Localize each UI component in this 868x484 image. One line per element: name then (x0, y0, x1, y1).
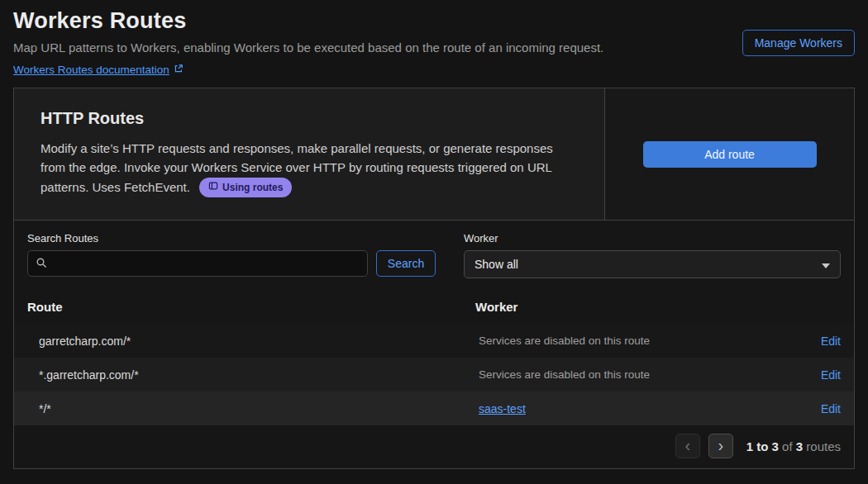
search-routes-group: Search Routes Search (27, 232, 436, 278)
routes-table: Route Worker garretcharp.com/* Services … (14, 288, 854, 425)
card-top-section: HTTP Routes Modify a site’s HTTP request… (14, 88, 854, 221)
pagination-unit: routes (806, 439, 841, 453)
worker-cell: Services are disabled on this route (475, 335, 791, 347)
worker-select[interactable]: Show all (464, 250, 841, 278)
edit-link[interactable]: Edit (821, 335, 841, 348)
filters-section: Search Routes Search Work (14, 221, 854, 288)
worker-select-value: Show all (475, 258, 518, 271)
page-subtitle: Map URL patterns to Workers, enabling Wo… (13, 40, 855, 55)
action-cell: Edit (791, 368, 841, 382)
http-routes-info: HTTP Routes Modify a site’s HTTP request… (14, 88, 604, 220)
worker-filter-label: Worker (464, 232, 841, 244)
search-routes-label: Search Routes (27, 232, 436, 244)
worker-link[interactable]: saas-test (479, 402, 526, 415)
manage-workers-button[interactable]: Manage Workers (742, 30, 855, 56)
workers-routes-page: Workers Routes Manage Workers Map URL pa… (0, 0, 868, 484)
worker-cell: Services are disabled on this route (475, 368, 791, 381)
page-title: Workers Routes (13, 8, 855, 34)
http-routes-description-text: Modify a site’s HTTP requests and respon… (41, 141, 553, 194)
column-header-action (791, 300, 841, 314)
routes-table-body: garretcharp.com/* Services are disabled … (14, 324, 854, 425)
search-input[interactable] (27, 250, 368, 277)
chevron-right-icon: › (718, 437, 723, 453)
pagination-range: 1 to 3 (746, 439, 779, 453)
pagination: ‹ › 1 to 3 of 3 routes (14, 425, 854, 468)
action-cell: Edit (791, 335, 841, 348)
edit-link[interactable]: Edit (821, 368, 841, 382)
pagination-prev-button[interactable]: ‹ (675, 434, 700, 458)
http-routes-card: HTTP Routes Modify a site’s HTTP request… (13, 88, 855, 469)
column-header-route: Route (27, 300, 475, 314)
using-routes-badge: Using routes (199, 178, 292, 198)
pagination-total: 3 (796, 439, 803, 453)
pagination-summary: 1 to 3 of 3 routes (746, 439, 841, 453)
action-cell: Edit (791, 402, 841, 415)
table-row: garretcharp.com/* Services are disabled … (14, 324, 854, 358)
table-row: *.garretcharp.com/* Services are disable… (14, 358, 854, 391)
route-cell: *.garretcharp.com/* (27, 368, 475, 382)
route-cell: */* (27, 402, 475, 415)
worker-cell: saas-test (475, 402, 791, 415)
column-header-worker: Worker (475, 300, 791, 314)
search-input-wrap (27, 250, 368, 277)
pagination-next-button[interactable]: › (708, 434, 733, 458)
external-link-icon (174, 64, 184, 76)
http-routes-heading: HTTP Routes (41, 109, 578, 128)
route-cell: garretcharp.com/* (27, 335, 475, 348)
routes-table-header: Route Worker (14, 288, 854, 324)
pagination-of: of (782, 439, 793, 453)
using-routes-badge-label: Using routes (222, 180, 283, 196)
chevron-left-icon: ‹ (684, 437, 690, 453)
table-row: */* saas-test Edit (14, 391, 854, 425)
edit-link[interactable]: Edit (821, 402, 841, 415)
search-button[interactable]: Search (376, 250, 436, 277)
doc-link[interactable]: Workers Routes documentation (13, 64, 184, 76)
routes-badge-icon (208, 180, 218, 196)
doc-link-label: Workers Routes documentation (13, 64, 169, 76)
add-route-button[interactable]: Add route (643, 141, 817, 168)
add-route-panel: Add route (604, 88, 854, 220)
page-header: Workers Routes Manage Workers Map URL pa… (13, 8, 855, 77)
http-routes-description: Modify a site’s HTTP requests and respon… (41, 139, 578, 197)
worker-filter-group: Worker Show all (464, 232, 841, 278)
chevron-down-icon (822, 258, 830, 271)
